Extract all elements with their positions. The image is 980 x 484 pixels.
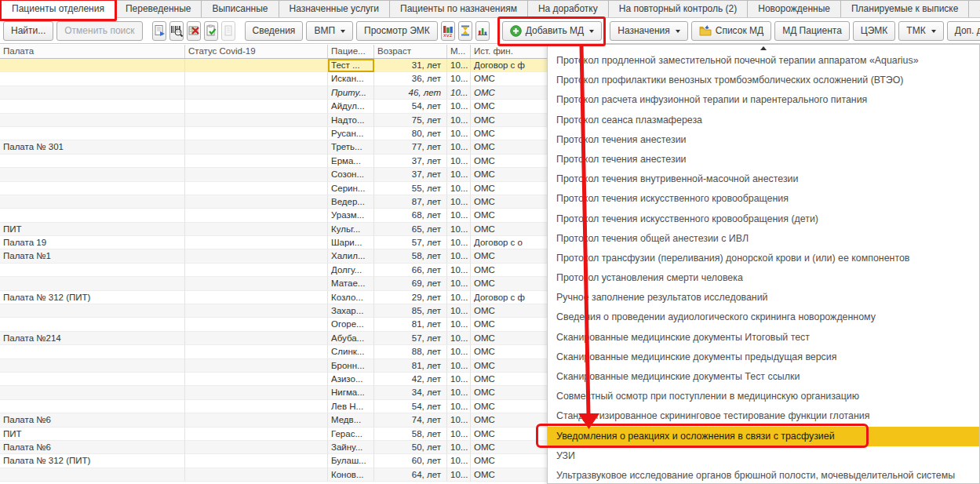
cell-ward[interactable]: [0, 127, 185, 140]
cell-patient[interactable]: Созон...: [328, 168, 374, 181]
cell-patient[interactable]: Конов...: [328, 468, 374, 482]
cell-covid-status[interactable]: [185, 182, 328, 195]
cell-ward[interactable]: [0, 72, 185, 86]
cell-age[interactable]: 75, лет: [374, 114, 447, 127]
cell-ward[interactable]: ПИТ: [0, 223, 185, 236]
cell-covid-status[interactable]: [185, 86, 328, 100]
cell-patient[interactable]: Герас...: [328, 428, 374, 441]
cell-ward[interactable]: Палата 19: [0, 236, 185, 249]
cell-m[interactable]: 10...: [447, 223, 471, 236]
cell-m[interactable]: 10...: [447, 413, 471, 427]
cell-m[interactable]: 10...: [447, 59, 471, 72]
cell-ward[interactable]: [0, 195, 185, 209]
cell-patient[interactable]: Матае...: [328, 277, 374, 290]
add-md-button[interactable]: Добавить МД: [502, 21, 603, 41]
cell-covid-status[interactable]: [185, 454, 328, 468]
menu-item[interactable]: Стандартизированное скрининговое тестиро…: [548, 406, 979, 426]
cell-ward[interactable]: ПИТ: [0, 428, 185, 441]
cell-age[interactable]: 34, лет: [374, 386, 447, 399]
cell-ward[interactable]: [0, 359, 185, 373]
menu-item[interactable]: Протокол течения общей анестезии с ИВЛ: [548, 229, 979, 249]
cell-covid-status[interactable]: [185, 249, 328, 263]
cell-age[interactable]: 50, лет: [374, 441, 447, 454]
column-header-covid-status[interactable]: Статус Covid-19: [185, 45, 328, 58]
column-header-m[interactable]: М...: [447, 45, 471, 58]
menu-item[interactable]: Ультразвуковое исследование органов брюш…: [548, 466, 979, 484]
cell-m[interactable]: 10...: [447, 168, 471, 181]
cell-m[interactable]: 10...: [447, 127, 471, 140]
view-emk-button[interactable]: Просмотр ЭМК: [356, 21, 438, 41]
cell-covid-status[interactable]: [185, 223, 328, 236]
tab[interactable]: Новорожденные: [747, 0, 841, 17]
menu-item[interactable]: Сканированные медицинские документы Итог…: [548, 328, 979, 348]
document-button[interactable]: [221, 21, 235, 41]
cell-m[interactable]: 10...: [447, 195, 471, 209]
cell-patient[interactable]: Абуба...: [328, 332, 374, 345]
cell-age[interactable]: 85, лет: [374, 304, 447, 318]
cell-patient[interactable]: Треть...: [328, 140, 374, 154]
tab[interactable]: Пациенты по назначениям: [389, 0, 528, 17]
cell-covid-status[interactable]: [185, 441, 328, 454]
abc-analysis-button[interactable]: xyz: [441, 21, 455, 41]
cell-covid-status[interactable]: [185, 155, 328, 168]
cell-ward[interactable]: [0, 86, 185, 100]
appointments-button[interactable]: Назначения: [610, 21, 688, 41]
cell-ward[interactable]: [0, 304, 185, 318]
tab[interactable]: Запросы ТМК: [968, 0, 980, 17]
menu-item[interactable]: Протокол продленной заместительной почеч…: [548, 51, 979, 71]
cell-m[interactable]: 10...: [447, 72, 471, 86]
cell-ward[interactable]: [0, 264, 185, 277]
cell-patient[interactable]: Азизо...: [328, 373, 374, 386]
md-patient-button[interactable]: МД Пациента: [774, 21, 850, 41]
cell-ward[interactable]: Палата №6: [0, 441, 185, 454]
cell-patient[interactable]: Долгу...: [328, 264, 374, 277]
cell-covid-status[interactable]: [185, 277, 328, 290]
cell-patient[interactable]: Кульг...: [328, 223, 374, 236]
cancel-search-button[interactable]: Отменить поиск: [56, 21, 142, 41]
cell-ward[interactable]: Палата № 312 (ПИТ): [0, 454, 185, 468]
cell-covid-status[interactable]: [185, 413, 328, 427]
tab[interactable]: Назначенные услуги: [279, 0, 391, 17]
cell-age[interactable]: 37, лет: [374, 155, 447, 168]
cell-ward[interactable]: [0, 155, 185, 168]
cell-patient[interactable]: Приту...: [328, 86, 374, 100]
cell-ward[interactable]: Палата № 312 (ПИТ): [0, 291, 185, 304]
cell-age[interactable]: 54, лет: [374, 100, 447, 113]
cell-ward[interactable]: [0, 386, 185, 399]
menu-item[interactable]: Сведения о проведении аудиологического с…: [548, 308, 979, 327]
md-list-button[interactable]: Список МД: [691, 21, 771, 41]
cell-age[interactable]: 55, лет: [374, 182, 447, 195]
cell-patient[interactable]: Тест ...: [328, 59, 374, 72]
cell-ward[interactable]: [0, 318, 185, 331]
cell-age[interactable]: 74, лет: [374, 413, 447, 427]
cell-m[interactable]: 10...: [447, 428, 471, 441]
cell-m[interactable]: 10...: [447, 236, 471, 249]
hourglass-button[interactable]: [458, 21, 472, 41]
cell-ward[interactable]: [0, 345, 185, 358]
cell-m[interactable]: 10...: [447, 249, 471, 263]
menu-item[interactable]: Протокол профилактики венозных тромбоэмб…: [548, 71, 979, 90]
menu-item[interactable]: Протокол течения анестезии: [548, 130, 979, 150]
cell-m[interactable]: 10...: [447, 400, 471, 413]
cell-m[interactable]: 10...: [447, 304, 471, 318]
menu-item[interactable]: Протокол установления смерти человека: [548, 268, 979, 288]
tab[interactable]: Пациенты отделения: [1, 0, 115, 18]
copy-document-button[interactable]: [152, 21, 166, 41]
vmp-button[interactable]: ВМП: [306, 21, 353, 41]
cell-ward[interactable]: Палата №1: [0, 249, 185, 263]
bar-chart-button[interactable]: [475, 21, 490, 41]
cell-patient[interactable]: Уразм...: [328, 209, 374, 222]
cell-ward[interactable]: [0, 182, 185, 195]
cell-m[interactable]: 10...: [447, 209, 471, 222]
cell-m[interactable]: 10...: [447, 454, 471, 468]
cell-covid-status[interactable]: [185, 100, 328, 113]
menu-item[interactable]: Уведомления о реакциях и осложнения в св…: [548, 427, 979, 446]
cell-m[interactable]: 10...: [447, 277, 471, 290]
cell-covid-status[interactable]: [185, 209, 328, 222]
cell-ward[interactable]: [0, 168, 185, 181]
cell-age[interactable]: 54, лет: [374, 400, 447, 413]
tab[interactable]: Переведенные: [115, 0, 202, 17]
menu-item[interactable]: Протокол течения искусственного кровообр…: [548, 209, 979, 229]
cell-age[interactable]: 46, лет: [374, 86, 447, 100]
cell-patient[interactable]: Лев Н...: [328, 400, 374, 413]
